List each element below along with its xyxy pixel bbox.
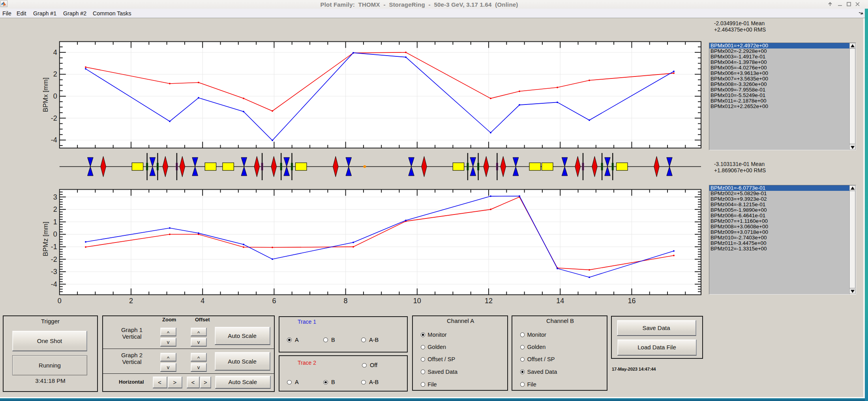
svg-text:0: 0 [53, 92, 57, 100]
svg-text:4: 4 [53, 48, 57, 56]
svg-text:1: 1 [53, 218, 57, 226]
svg-text:0: 0 [58, 297, 62, 305]
svg-text:10: 10 [413, 297, 421, 305]
svg-text:-2: -2 [51, 256, 57, 263]
svg-text:4: 4 [201, 297, 204, 305]
svg-text:-1: -1 [51, 243, 57, 251]
svg-text:2: 2 [53, 205, 57, 213]
svg-text:3: 3 [53, 193, 57, 201]
svg-text:0: 0 [53, 230, 57, 238]
svg-text:2: 2 [129, 297, 133, 305]
svg-text:16: 16 [628, 297, 636, 305]
svg-text:14: 14 [556, 297, 564, 305]
svg-text:BPMx [mm]: BPMx [mm] [42, 78, 49, 112]
svg-text:6: 6 [272, 297, 276, 305]
svg-text:-2: -2 [51, 114, 57, 122]
svg-text:12: 12 [485, 297, 493, 305]
svg-text:-3: -3 [51, 268, 57, 276]
svg-text:-4: -4 [51, 280, 57, 288]
svg-text:-4: -4 [51, 136, 57, 144]
svg-text:8: 8 [344, 297, 348, 305]
svg-text:BPMz [mm]: BPMz [mm] [42, 222, 49, 256]
svg-text:2: 2 [53, 70, 57, 78]
